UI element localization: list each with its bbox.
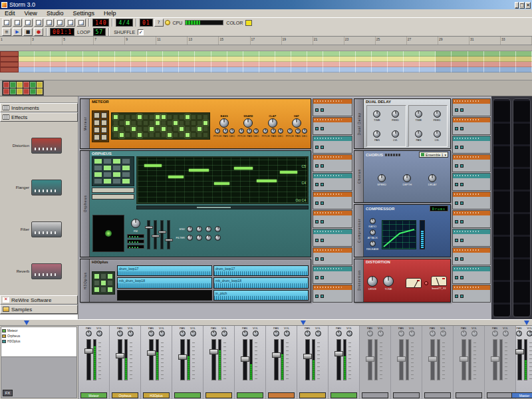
fader-handle[interactable] — [272, 352, 281, 358]
step-cell[interactable] — [119, 132, 124, 138]
tempo-display[interactable]: 140 — [92, 19, 109, 27]
step-cell[interactable] — [149, 114, 154, 120]
pitch-knob[interactable] — [263, 128, 268, 134]
fm-knob[interactable] — [131, 219, 140, 228]
step-cell[interactable] — [185, 120, 190, 126]
step-cell[interactable] — [155, 132, 160, 138]
pattern-cell[interactable] — [115, 67, 131, 72]
delay-lvl-knob[interactable] — [434, 130, 441, 138]
step-cell[interactable] — [137, 114, 142, 120]
ruler-bar[interactable]: 23 — [344, 37, 376, 45]
pattern-cell[interactable] — [211, 51, 227, 57]
palette-cell[interactable] — [10, 82, 16, 88]
ruler-bar[interactable]: 21 — [313, 37, 344, 45]
h3oplus-pad[interactable] — [100, 273, 106, 279]
pattern-cell[interactable] — [195, 57, 211, 62]
h3oplus-pad[interactable] — [107, 273, 113, 279]
ruler-bar[interactable]: 9 — [125, 37, 156, 45]
pattern-cell[interactable] — [66, 67, 82, 72]
pattern-cell[interactable] — [340, 62, 356, 67]
pitch-knob[interactable] — [239, 128, 244, 134]
orpheus-key[interactable] — [112, 165, 121, 171]
dec-knob[interactable] — [302, 128, 307, 134]
delay-time-knob[interactable] — [415, 110, 422, 118]
pan-knob[interactable] — [86, 331, 92, 336]
pattern-cell[interactable] — [211, 67, 227, 72]
chorus-speed-knob[interactable] — [378, 174, 386, 182]
step-cell[interactable] — [173, 114, 178, 120]
splitter-handle-icon[interactable] — [24, 321, 29, 325]
ruler-bar[interactable]: 15 — [219, 37, 250, 45]
pan-knob[interactable] — [492, 331, 498, 336]
palette-cell[interactable] — [23, 88, 29, 94]
dip-switch[interactable] — [393, 154, 395, 156]
shuffle-checkbox[interactable]: ✓ — [138, 29, 144, 35]
dip-switch[interactable] — [396, 154, 398, 156]
channel-fader[interactable] — [211, 339, 216, 380]
pattern-cell[interactable] — [179, 57, 195, 62]
channel-label-button[interactable] — [237, 392, 263, 398]
step-cell[interactable] — [167, 126, 172, 132]
pattern-cell[interactable] — [372, 67, 388, 72]
channel-fader[interactable] — [399, 339, 404, 380]
pattern-cell[interactable] — [436, 67, 452, 72]
sample-slot[interactable]: drum_loop17 — [117, 265, 212, 276]
pattern-cell[interactable] — [340, 67, 356, 72]
patch-module[interactable] — [452, 98, 491, 116]
dip-switch[interactable] — [385, 154, 387, 156]
pattern-cell[interactable] — [484, 62, 500, 67]
vol-knob[interactable] — [409, 331, 415, 336]
env-knob[interactable] — [196, 226, 202, 232]
pattern-cell[interactable] — [259, 62, 275, 67]
ruler-bar[interactable]: 19 — [282, 37, 313, 45]
pattern-cell[interactable] — [115, 57, 131, 62]
vol-knob[interactable] — [159, 331, 165, 336]
pan-knob[interactable] — [271, 128, 276, 134]
meteor-pad[interactable] — [94, 134, 100, 140]
compressor-preset-display[interactable]: Drums — [430, 205, 448, 211]
h3oplus-pad[interactable] — [94, 280, 100, 286]
pattern-cell[interactable] — [356, 67, 372, 72]
step-cell[interactable] — [173, 126, 178, 132]
pattern-cell[interactable] — [291, 57, 307, 62]
pattern-cell[interactable] — [275, 67, 291, 72]
orpheus-scrollbar[interactable] — [136, 205, 309, 209]
pattern-cell[interactable] — [163, 67, 179, 72]
dual-delay-rail[interactable]: Dual Delay — [354, 99, 364, 148]
pattern-cell[interactable] — [35, 67, 51, 72]
pattern-cell[interactable] — [420, 62, 436, 67]
pattern-cell[interactable] — [307, 57, 323, 62]
step-cell[interactable] — [185, 114, 190, 120]
step-cell[interactable] — [191, 114, 196, 120]
orpheus-key[interactable] — [94, 165, 102, 171]
pan-knob[interactable] — [461, 331, 467, 336]
paste-icon[interactable] — [66, 19, 75, 27]
step-cell[interactable] — [125, 126, 130, 132]
export-icon[interactable] — [34, 19, 43, 27]
pattern-cell[interactable] — [420, 51, 436, 57]
pattern-cell[interactable] — [66, 57, 82, 62]
step-cell[interactable] — [179, 114, 184, 120]
pattern-cell[interactable] — [131, 62, 147, 67]
close-button[interactable]: ✕ — [525, 2, 531, 9]
ruler-bar[interactable]: 3 — [31, 37, 63, 45]
vol-knob[interactable] — [471, 331, 477, 336]
sample-slot[interactable]: mb_drum_loop18 — [213, 277, 309, 288]
pattern-cell[interactable] — [83, 57, 99, 62]
fader-handle[interactable] — [397, 356, 406, 362]
patch-module[interactable] — [313, 229, 352, 247]
fx-button[interactable]: FX — [3, 390, 13, 396]
channel-fader[interactable] — [493, 339, 497, 380]
channel-fader[interactable] — [243, 339, 247, 380]
pattern-cell[interactable] — [516, 67, 532, 72]
pattern-cell[interactable] — [404, 57, 420, 62]
patch-module[interactable] — [452, 266, 491, 284]
pattern-cell[interactable] — [83, 51, 99, 57]
vol-knob[interactable] — [128, 331, 134, 336]
delay-time-knob[interactable] — [373, 110, 380, 118]
step-cell[interactable] — [113, 114, 118, 120]
orpheus-key[interactable] — [103, 158, 112, 164]
patch-module[interactable] — [313, 247, 352, 265]
filter-knob[interactable] — [205, 235, 211, 241]
orpheus-key[interactable] — [94, 178, 102, 184]
